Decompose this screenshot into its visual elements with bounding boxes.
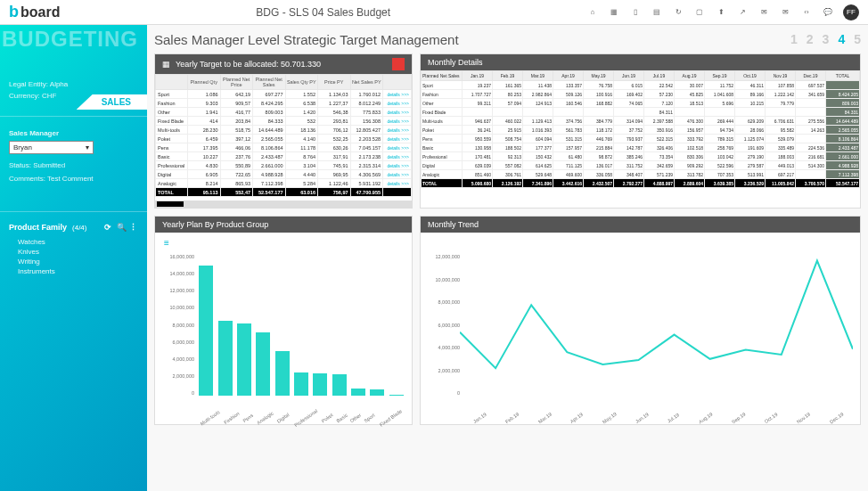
line-y-axis: 12,000,00010,000,0008,000,0006,000,0004,… — [424, 254, 460, 396]
toolbar: ⌂ ▦ ▯ ▤ ↻ ▢ ⬆ ↗ ✉ ✉ ‹› 💬 FF — [586, 4, 859, 20]
pf-title: Product Family — [9, 223, 67, 232]
content: Sales Manager Level Strategic Target Man… — [147, 25, 868, 491]
mail-icon[interactable]: ✉ — [757, 6, 770, 19]
bar[interactable] — [389, 395, 404, 396]
bar-chart-body: ≡ 16,000,00014,000,00012,000,00010,000,0… — [155, 233, 412, 424]
page-header: Sales Manager Level Strategic Target Man… — [154, 25, 861, 53]
status-indicator[interactable] — [392, 58, 405, 70]
logo-text: board — [20, 4, 60, 20]
home-icon[interactable]: ⌂ — [586, 6, 599, 19]
pf-item[interactable]: Instruments — [18, 266, 138, 276]
avatar[interactable]: FF — [843, 4, 859, 20]
scrollbar[interactable] — [155, 200, 412, 208]
monthly-panel: Monthly Details Planned Net SalesJan.19F… — [420, 53, 861, 209]
product-family-header[interactable]: Product Family (4/4) ⟳ 🔍 ⋮ — [0, 217, 147, 237]
bar[interactable] — [199, 266, 213, 396]
step-5[interactable]: 5 — [854, 32, 861, 46]
line-chart-header: Monthly Trend — [421, 217, 860, 233]
bar[interactable] — [332, 374, 347, 396]
bar[interactable] — [218, 321, 233, 396]
top-bar: b board BDG - SLS 04 Sales Budget ⌂ ▦ ▯ … — [0, 0, 868, 25]
bar[interactable] — [294, 372, 308, 396]
logo: b board — [9, 3, 60, 21]
main: BUDGETING SALES Legal Entity: Alpha Curr… — [0, 25, 868, 491]
details-link[interactable]: details >>> — [383, 126, 412, 135]
bar-chart-header: Yearly Plan By Product Group — [155, 217, 412, 233]
search-icon[interactable]: 🔍 — [117, 223, 126, 232]
legal-entity: Legal Entity: Alpha — [9, 80, 138, 88]
bar-x-axis: Multi-toolsFashionPensAnalogicDigitalPro… — [198, 415, 405, 421]
logo-mark: b — [9, 3, 19, 21]
product-family-list: Watches Knives Writing Instruments — [0, 237, 147, 276]
allocation-panel: ▦ Yearly Target to be allocated: 50.701.… — [154, 53, 413, 209]
details-link[interactable]: details >>> — [383, 90, 412, 99]
monthly-table: Planned Net SalesJan.19Feb.19Mar.19Apr.1… — [421, 70, 860, 188]
step-3[interactable]: 3 — [823, 32, 830, 46]
bars — [198, 254, 405, 396]
step-4[interactable]: 4 — [838, 32, 845, 46]
refresh-icon[interactable]: ↻ — [672, 6, 684, 19]
step-1[interactable]: 1 — [790, 32, 798, 46]
details-link[interactable]: details >>> — [383, 161, 412, 170]
details-link[interactable]: details >>> — [383, 170, 412, 179]
chat-icon[interactable]: 💬 — [822, 6, 834, 19]
bar-y-axis: 16,000,00014,000,00012,000,00010,000,000… — [159, 254, 194, 396]
code-icon[interactable]: ‹› — [800, 6, 813, 19]
details-link[interactable]: details >>> — [383, 135, 412, 143]
details-link[interactable]: details >>> — [383, 99, 412, 108]
bar-chart-panel: Yearly Plan By Product Group ≡ 16,000,00… — [154, 216, 413, 425]
screen-icon[interactable]: ▢ — [693, 6, 706, 19]
bar[interactable] — [313, 373, 327, 396]
page-title: Sales Manager Level Strategic Target Man… — [154, 32, 790, 47]
mail2-icon[interactable]: ✉ — [779, 6, 791, 19]
reset-icon[interactable]: ⟳ — [104, 223, 113, 232]
steps: 1 2 3 4 5 — [790, 32, 861, 46]
details-link[interactable]: details >>> — [383, 179, 412, 188]
bar[interactable] — [256, 332, 270, 396]
bar[interactable] — [351, 389, 365, 396]
pf-item[interactable]: Writing — [18, 257, 138, 266]
bar[interactable] — [370, 389, 384, 396]
line-chart-body: 12,000,00010,000,0008,000,0006,000,0004,… — [421, 233, 860, 424]
line-x-axis: Jan.19Feb.19Mar.19Apr.19May.19Jun.19Jul.… — [463, 415, 853, 421]
upload-icon[interactable]: ⬆ — [715, 6, 727, 19]
bar[interactable] — [237, 323, 251, 396]
allocate-icon: ▦ — [162, 60, 170, 69]
monthly-title: Monthly Details — [428, 58, 483, 67]
manager-dropdown[interactable]: Bryan ▾ — [9, 141, 94, 154]
details-link[interactable]: details >>> — [383, 152, 412, 161]
pf-item[interactable]: Watches — [18, 237, 138, 247]
manager-value: Bryan — [13, 143, 32, 151]
more-icon[interactable]: ⋮ — [129, 223, 138, 232]
chart-menu-icon[interactable]: ≡ — [164, 238, 169, 248]
step-2[interactable]: 2 — [807, 32, 814, 46]
watermark: BUDGETING — [0, 25, 147, 52]
line-svg — [460, 249, 853, 394]
details-link[interactable]: details >>> — [383, 108, 412, 117]
chevron-down-icon: ▾ — [86, 143, 89, 151]
pf-item[interactable]: Knives — [18, 247, 138, 257]
pf-count: (4/4) — [72, 224, 86, 232]
sidebar: BUDGETING SALES Legal Entity: Alpha Curr… — [0, 25, 147, 491]
bar-chart-title: Yearly Plan By Product Group — [162, 220, 268, 229]
bar[interactable] — [275, 351, 290, 396]
line-chart-title: Monthly Trend — [428, 220, 479, 229]
app-title: BDG - SLS 04 Sales Budget — [69, 6, 577, 19]
book-icon[interactable]: ▯ — [629, 6, 642, 19]
details-link[interactable]: details >>> — [383, 143, 412, 152]
details-link[interactable]: details >>> — [383, 117, 412, 126]
comments: Comments: Test Comment — [9, 175, 138, 183]
allocation-title: Yearly Target to be allocated: 50.701.33… — [176, 60, 321, 69]
cube-icon[interactable]: ▦ — [608, 6, 620, 19]
manager-label: Sales Manager — [9, 129, 138, 137]
allocation-table: Planned QtyPlanned Net PricePlanned Net … — [155, 74, 412, 197]
allocation-header: ▦ Yearly Target to be allocated: 50.701.… — [155, 54, 412, 74]
arrow-icon[interactable]: ↗ — [736, 6, 749, 19]
line-chart-panel: Monthly Trend 12,000,00010,000,0008,000,… — [420, 216, 861, 425]
monthly-header: Monthly Details — [421, 54, 860, 70]
layout-icon[interactable]: ▤ — [651, 6, 663, 19]
status: Status: Submitted — [9, 161, 138, 169]
